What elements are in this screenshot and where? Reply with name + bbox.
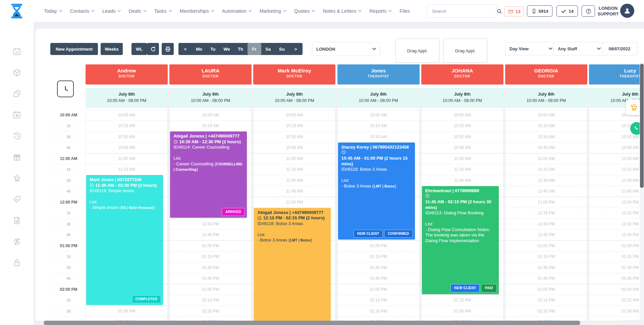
appointment-card[interactable]: Abigail Joness | +44749000977710:30 AM -…: [170, 131, 247, 218]
time-slot[interactable]: 01:00 PM: [338, 240, 419, 252]
staff-column-header-andrew[interactable]: AndrewDOCTOR: [86, 64, 168, 85]
day-strip-next[interactable]: >: [289, 43, 303, 55]
time-slot[interactable]: 02:00 PM: [589, 284, 644, 295]
time-slot[interactable]: 10:30 AM: [86, 131, 167, 143]
day-strip-mo[interactable]: Mo: [192, 43, 206, 55]
time-slot[interactable]: 02:30 PM: [338, 306, 419, 317]
time-slot[interactable]: 02:15 PM: [589, 295, 644, 306]
time-slot[interactable]: 02:00 PM: [170, 284, 251, 295]
time-slot[interactable]: 11:00 AM: [86, 153, 167, 164]
time-slot[interactable]: 01:15 PM: [338, 252, 419, 263]
nav-item-contacts[interactable]: Contacts: [70, 8, 95, 14]
time-slot[interactable]: 10:30 AM: [254, 131, 335, 143]
time-slot[interactable]: 10:15 AM: [505, 121, 587, 132]
time-slot[interactable]: 01:45 PM: [505, 273, 587, 284]
new-appointment-button[interactable]: New Appointment: [50, 43, 98, 55]
time-slot[interactable]: 11:15 AM: [86, 164, 167, 175]
time-slot[interactable]: 02:30 PM: [170, 306, 251, 317]
time-slot[interactable]: 11:30 AM: [254, 175, 335, 186]
tasks-badge[interactable]: 14: [556, 5, 578, 17]
nav-item-automation[interactable]: Automation: [222, 8, 252, 14]
lock-icon[interactable]: [12, 258, 21, 267]
staff-column-header-johana[interactable]: JOHANADOCTOR: [421, 64, 503, 85]
messages-badge[interactable]: 13: [504, 6, 524, 16]
search-input[interactable]: [427, 9, 496, 14]
time-slot[interactable]: 11:00 AM: [254, 153, 335, 164]
time-slot[interactable]: 12:45 PM: [170, 230, 251, 241]
time-slot[interactable]: 10:30 AM: [338, 131, 419, 143]
time-slot[interactable]: 02:15 PM: [422, 295, 503, 306]
time-slot[interactable]: 10:00 AM: [505, 110, 587, 121]
nav-item-tasks[interactable]: Tasks: [154, 8, 172, 14]
nav-item-files[interactable]: Files: [399, 8, 410, 14]
staff-filter-select[interactable]: Any Staff: [553, 42, 605, 55]
time-slot[interactable]: 02:45 PM: [422, 317, 503, 321]
time-slot[interactable]: 11:00 AM: [505, 153, 587, 164]
staff-column-header-laura[interactable]: LAURADOCTOR: [169, 64, 252, 85]
location-select[interactable]: LONDON: [312, 42, 380, 56]
time-slot[interactable]: 12:15 PM: [589, 208, 644, 219]
time-slot[interactable]: 10:45 AM: [505, 143, 587, 154]
time-slot[interactable]: 11:30 AM: [589, 175, 644, 186]
nav-item-memberships[interactable]: Memberships: [180, 8, 214, 14]
date-picker[interactable]: 08/07/2022: [602, 42, 637, 55]
history-icon[interactable]: [12, 131, 21, 141]
time-slot[interactable]: 01:45 PM: [170, 273, 251, 284]
day-strip-th[interactable]: Th: [233, 43, 247, 55]
weeks-button[interactable]: Weeks: [101, 43, 123, 55]
nav-item-quotes[interactable]: Quotes: [294, 8, 315, 14]
app-logo[interactable]: [9, 3, 25, 19]
time-slot[interactable]: 12:00 PM: [505, 197, 587, 208]
time-slot[interactable]: 11:15 AM: [505, 164, 587, 175]
day-strip-sa[interactable]: Sa: [261, 43, 275, 55]
appointment-card[interactable]: Stacey Korey | 06789543212345610:45 AM -…: [338, 143, 415, 240]
time-slot[interactable]: 10:15 AM: [422, 121, 503, 132]
gift-icon[interactable]: [12, 153, 21, 162]
view-select[interactable]: Day View: [505, 42, 557, 55]
time-slot[interactable]: 12:45 PM: [589, 230, 644, 241]
print-button[interactable]: [162, 43, 174, 55]
time-slot[interactable]: 02:45 PM: [338, 317, 419, 321]
vertical-scrollbar-thumb[interactable]: [640, 64, 644, 188]
nav-item-deals[interactable]: Deals: [128, 8, 146, 14]
support-contact-icon[interactable]: [12, 237, 21, 246]
time-slot[interactable]: 01:15 PM: [589, 252, 644, 263]
time-slot[interactable]: 12:45 PM: [505, 230, 587, 241]
nav-item-marketing[interactable]: Marketing: [260, 8, 286, 14]
time-slot[interactable]: 10:15 AM: [86, 121, 167, 132]
time-slot[interactable]: 10:30 AM: [422, 131, 503, 143]
avatar[interactable]: [620, 4, 634, 18]
time-slot[interactable]: 01:30 PM: [505, 262, 587, 273]
time-slot[interactable]: 02:30 PM: [422, 306, 503, 317]
staff-column-header-jones[interactable]: JonesTHERAPIST: [337, 64, 420, 85]
staff-column-header-lucy[interactable]: LucyTHERAPIST: [589, 64, 644, 85]
staff-column-header-mark-mcelroy[interactable]: Mark McElroyDOCTOR: [253, 64, 335, 85]
booking-calendar-icon[interactable]: [12, 110, 21, 119]
time-slot[interactable]: 10:00 AM: [338, 110, 419, 121]
help-button[interactable]: [582, 5, 595, 17]
time-slot[interactable]: 02:15 PM: [170, 295, 251, 306]
report-icon[interactable]: [12, 216, 21, 225]
day-strip-prev[interactable]: <: [178, 43, 192, 55]
time-slot[interactable]: 02:00 PM: [338, 284, 419, 295]
time-slot[interactable]: 12:00 PM: [254, 197, 335, 208]
package-icon[interactable]: [12, 68, 21, 77]
time-slot[interactable]: 01:45 PM: [338, 273, 419, 284]
time-slot[interactable]: 12:15 PM: [505, 208, 587, 219]
day-strip-tu[interactable]: Tu: [206, 43, 220, 55]
horizontal-scrollbar-thumb[interactable]: [44, 321, 580, 325]
time-slot[interactable]: 02:45 PM: [589, 317, 644, 321]
drag-appointment-slot-2[interactable]: Drag Appt.: [443, 39, 487, 63]
day-strip-we[interactable]: We: [220, 43, 233, 55]
time-slot[interactable]: 01:45 PM: [589, 273, 644, 284]
time-slot[interactable]: 10:45 AM: [422, 143, 503, 154]
time-slot[interactable]: 12:30 PM: [505, 219, 587, 230]
time-slot[interactable]: 12:30 PM: [170, 219, 251, 230]
nav-item-reports[interactable]: Reports: [369, 8, 392, 14]
appointment-card[interactable]: Abigail Joness | +44749000977712:15 PM -…: [254, 208, 331, 321]
time-slot[interactable]: 01:15 PM: [170, 252, 251, 263]
time-slot[interactable]: 10:45 AM: [86, 143, 167, 154]
time-slot[interactable]: 11:45 AM: [505, 186, 587, 197]
time-slot[interactable]: 11:15 AM: [254, 164, 335, 175]
time-slot[interactable]: 10:30 AM: [505, 131, 587, 143]
